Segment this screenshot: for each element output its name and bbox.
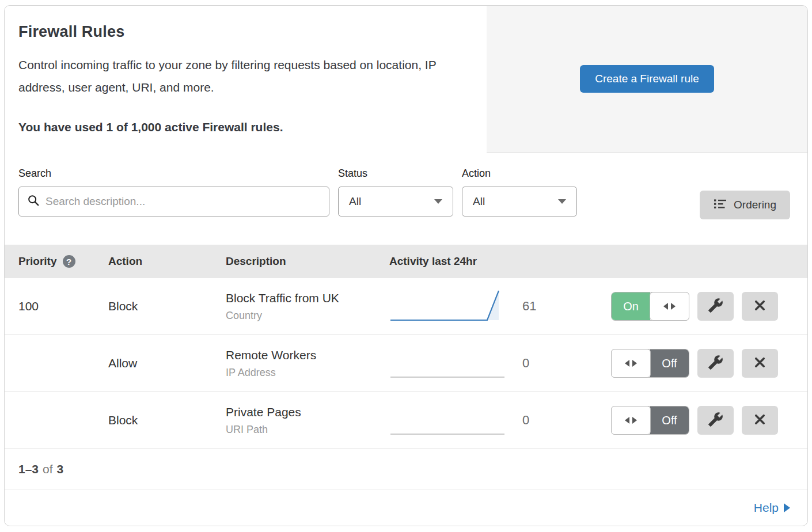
arrow-left-icon — [625, 360, 629, 367]
edit-rule-button[interactable] — [697, 292, 734, 321]
close-icon — [753, 299, 767, 314]
table-row: 100 Block Block Traffic from UK Country … — [5, 278, 807, 335]
delete-rule-button[interactable] — [742, 292, 778, 321]
activity-count: 0 — [507, 413, 611, 428]
table-row: Allow Remote Workers IP Address 0 Off — [5, 335, 807, 392]
toggle-off-label: Off — [650, 406, 689, 434]
rule-action: Block — [108, 299, 226, 313]
toggle-off-label: Off — [650, 349, 689, 377]
close-icon — [753, 413, 767, 428]
page-title: Firewall Rules — [18, 23, 464, 41]
edit-rule-button[interactable] — [697, 349, 734, 378]
rule-action: Block — [108, 413, 226, 427]
pagination-bar: 1–3 of 3 — [5, 449, 807, 489]
activity-count: 0 — [507, 356, 611, 371]
rule-match-type: IP Address — [226, 367, 389, 379]
activity-sparkline — [389, 344, 507, 383]
priority-header-label: Priority — [18, 255, 57, 268]
priority-help-icon[interactable]: ? — [63, 255, 75, 268]
wrench-icon — [708, 412, 723, 429]
status-label: Status — [338, 168, 453, 180]
help-link-label: Help — [754, 501, 779, 515]
ordering-button-label: Ordering — [734, 199, 776, 211]
firewall-rules-card: Firewall Rules Control incoming traffic … — [4, 5, 808, 526]
column-header-activity: Activity last 24hr — [389, 255, 477, 268]
help-bar: Help — [5, 489, 807, 526]
filters-bar: Search Status All Action — [5, 153, 807, 245]
status-dropdown-value: All — [349, 195, 361, 208]
action-filter-group: Action All — [462, 168, 577, 216]
activity-count: 61 — [507, 299, 611, 314]
action-label: Action — [462, 168, 577, 180]
chevron-down-icon — [434, 199, 442, 204]
pagination-range: 1–3 — [18, 462, 39, 476]
table-header-row: Priority ? Action Description Activity l… — [5, 245, 807, 278]
arrow-right-icon — [671, 303, 676, 310]
action-dropdown[interactable]: All — [462, 187, 577, 216]
header-section: Firewall Rules Control incoming traffic … — [5, 6, 807, 153]
wrench-icon — [708, 298, 723, 315]
action-dropdown-value: All — [473, 195, 485, 208]
arrow-right-icon — [632, 360, 637, 367]
rule-action: Allow — [108, 356, 226, 370]
pagination-of: of — [43, 462, 53, 476]
pagination-total: 3 — [57, 462, 64, 476]
toggle-knob — [611, 406, 651, 435]
rule-description-title: Private Pages — [226, 405, 389, 419]
header-action-panel: Create a Firewall rule — [487, 6, 807, 153]
status-dropdown[interactable]: All — [338, 187, 453, 216]
rule-description: Remote Workers IP Address — [226, 348, 389, 379]
toggle-knob — [611, 349, 651, 378]
column-header-action: Action — [108, 255, 226, 268]
rule-description-title: Remote Workers — [226, 348, 389, 362]
rule-priority: 100 — [5, 299, 108, 313]
search-box — [18, 187, 329, 216]
ordering-button[interactable]: Ordering — [700, 191, 790, 219]
wrench-icon — [708, 355, 723, 372]
search-label: Search — [18, 168, 329, 180]
rule-match-type: Country — [226, 310, 389, 322]
list-ordering-icon — [714, 197, 727, 214]
chevron-down-icon — [558, 199, 566, 204]
delete-rule-button[interactable] — [742, 406, 778, 435]
rule-enabled-toggle[interactable]: Off — [611, 406, 689, 435]
column-header-description: Description — [226, 255, 389, 268]
header-text-panel: Firewall Rules Control incoming traffic … — [5, 6, 487, 153]
search-input[interactable] — [45, 195, 321, 208]
delete-rule-button[interactable] — [742, 349, 778, 378]
toggle-on-label: On — [612, 292, 650, 320]
rule-enabled-toggle[interactable]: Off — [611, 349, 689, 378]
column-header-priority: Priority ? — [5, 255, 108, 268]
usage-note: You have used 1 of 1,000 active Firewall… — [18, 120, 464, 134]
rule-enabled-toggle[interactable]: On — [611, 292, 689, 321]
arrow-right-icon — [784, 503, 790, 512]
arrow-left-icon — [625, 417, 629, 424]
search-icon — [27, 194, 40, 209]
create-firewall-rule-button[interactable]: Create a Firewall rule — [580, 65, 714, 93]
search-group: Search — [18, 168, 329, 216]
table-row: Block Private Pages URI Path 0 Off — [5, 392, 807, 449]
rule-description: Private Pages URI Path — [226, 405, 389, 436]
arrow-right-icon — [632, 417, 637, 424]
activity-sparkline — [389, 401, 507, 440]
rule-description: Block Traffic from UK Country — [226, 291, 389, 322]
edit-rule-button[interactable] — [697, 406, 734, 435]
rule-match-type: URI Path — [226, 424, 389, 436]
arrow-left-icon — [663, 303, 668, 310]
close-icon — [753, 356, 767, 371]
activity-sparkline — [389, 287, 507, 326]
rule-description-title: Block Traffic from UK — [226, 291, 389, 305]
status-filter-group: Status All — [338, 168, 453, 216]
help-link[interactable]: Help — [754, 501, 790, 515]
page-description: Control incoming traffic to your zone by… — [18, 54, 462, 98]
toggle-knob — [650, 292, 689, 321]
